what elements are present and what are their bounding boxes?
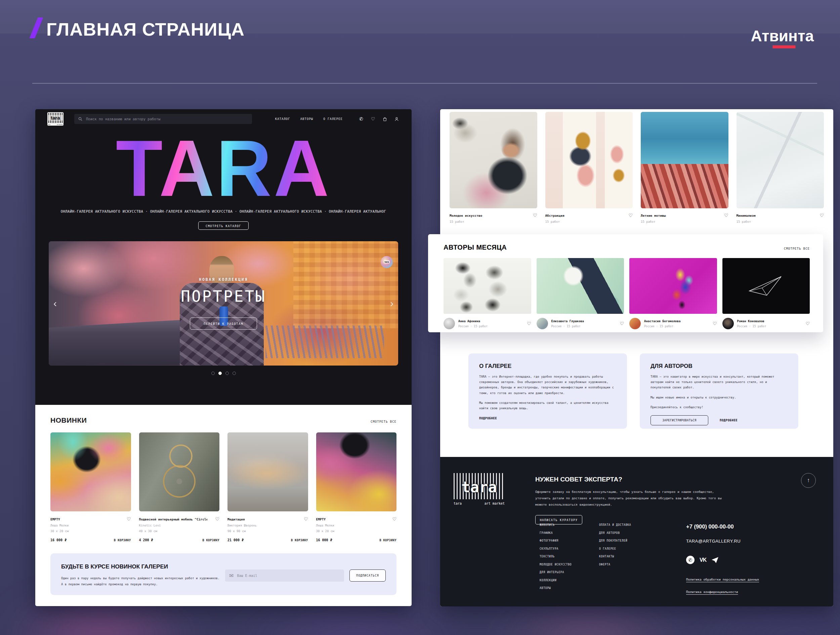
author-card[interactable]: Роман Коновалов Россия · 15 работ ♡ bbox=[722, 258, 810, 329]
footer-logo[interactable]: tara tara art market bbox=[453, 473, 505, 505]
footer-link[interactable]: ДЛЯ ИНТЕРЬЕРА bbox=[540, 571, 572, 574]
favorite-heart-icon[interactable]: ♡ bbox=[215, 517, 219, 521]
favorite-heart-icon[interactable]: ♡ bbox=[805, 321, 810, 326]
category-image[interactable] bbox=[641, 112, 728, 208]
write-curator-button[interactable]: НАПИСАТЬ КУРАТОРУ bbox=[535, 515, 582, 524]
footer-link[interactable]: СКУЛЬПТУРА bbox=[540, 547, 572, 550]
favorite-heart-icon[interactable]: ♡ bbox=[304, 517, 308, 521]
search-bar[interactable] bbox=[74, 114, 252, 124]
add-to-cart-button[interactable]: В КОРЗИНУ bbox=[114, 539, 131, 542]
author-card[interactable]: Елизавета Глушкова Россия · 15 работ ♡ bbox=[537, 258, 624, 329]
footer-link[interactable]: ДЛЯ ПОКУПАТЕЛЕЙ bbox=[599, 539, 631, 542]
add-to-cart-button[interactable]: В КОРЗИНУ bbox=[291, 539, 308, 542]
category-card[interactable]: Минимализм ♡ 15 работ bbox=[736, 112, 824, 223]
footer-email[interactable]: TARA@ARTGALLERY.RU bbox=[686, 539, 759, 543]
carousel-dot-2-active[interactable] bbox=[218, 371, 222, 375]
category-card[interactable]: Летние мотивы ♡ 15 работ bbox=[641, 112, 728, 223]
info-blocks: О ГАЛЕРЕЕ TARA — это Интернет-площадка, … bbox=[468, 354, 798, 429]
whatsapp-icon[interactable]: ✆ bbox=[686, 556, 695, 564]
carousel-dot-4[interactable] bbox=[232, 371, 236, 375]
author-card[interactable]: Анастасия Богомолова Россия · 15 работ ♡ bbox=[629, 258, 717, 329]
favorites-heart-icon[interactable]: ♡ bbox=[370, 116, 376, 122]
product-card[interactable]: EMPTY ♡ Леша Мелки 30 x 20 см 16 000 ₽ В… bbox=[316, 433, 397, 542]
favorite-heart-icon[interactable]: ♡ bbox=[819, 213, 824, 218]
nav-about[interactable]: О ГАЛЕРЕЕ bbox=[323, 117, 343, 121]
favorite-heart-icon[interactable]: ♡ bbox=[628, 213, 633, 218]
product-image[interactable] bbox=[139, 433, 220, 511]
author-artwork[interactable] bbox=[537, 258, 624, 314]
for-authors-block: ДЛЯ АВТОРОВ TARA — это навигатор в мире … bbox=[640, 354, 798, 429]
author-avatar bbox=[629, 318, 641, 329]
site-logo[interactable]: tara tara art market bbox=[47, 112, 63, 126]
view-catalog-button[interactable]: СМОТРЕТЬ КАТАЛОГ bbox=[198, 221, 249, 230]
product-image[interactable] bbox=[227, 433, 308, 511]
author-artwork[interactable] bbox=[444, 258, 531, 314]
category-card[interactable]: Абстракция ♡ 15 работ bbox=[545, 112, 633, 223]
for-authors-more-link[interactable]: ПОДРОБНЕЕ bbox=[720, 419, 737, 422]
carousel-dot-1[interactable] bbox=[212, 371, 215, 375]
author-artwork[interactable] bbox=[629, 258, 717, 314]
category-card[interactable]: Молодое искусство ♡ 15 работ bbox=[450, 112, 537, 223]
category-image[interactable] bbox=[736, 112, 824, 208]
favorite-heart-icon[interactable]: ♡ bbox=[127, 517, 131, 521]
favorite-heart-icon[interactable]: ♡ bbox=[533, 213, 537, 218]
product-card[interactable]: Подвесной интерьерный мобиль "Circle... … bbox=[139, 433, 220, 542]
product-image[interactable] bbox=[316, 433, 397, 511]
favorite-heart-icon[interactable]: ♡ bbox=[392, 517, 396, 521]
footer-link[interactable]: КОНТАКТЫ bbox=[599, 555, 631, 558]
user-icon[interactable] bbox=[393, 116, 399, 122]
footer-link[interactable]: ДЛЯ АВТОРОВ bbox=[599, 532, 631, 534]
add-to-cart-button[interactable]: В КОРЗИНУ bbox=[379, 539, 396, 542]
footer-link[interactable]: АВТОРЫ bbox=[540, 587, 572, 590]
phone-icon[interactable]: ✆ bbox=[358, 116, 364, 122]
carousel-dot-3[interactable] bbox=[226, 371, 229, 375]
new-items-see-all-link[interactable]: СМОТРЕТЬ ВСЕ bbox=[371, 420, 396, 423]
vk-icon[interactable]: VK bbox=[699, 557, 706, 563]
go-to-works-button[interactable]: ПЕРЕЙТИ К РАБОТАМ bbox=[190, 318, 257, 330]
email-field-wrap[interactable]: ✉ bbox=[225, 569, 344, 581]
footer-link[interactable]: МОЛОДОЕ ИСКУССТВО bbox=[540, 563, 572, 566]
footer-link[interactable]: ОПЛАТА И ДОСТАВКА bbox=[599, 523, 631, 526]
category-image[interactable] bbox=[450, 112, 537, 208]
category-name: Минимализм bbox=[736, 214, 756, 217]
product-author: Леша Мелки bbox=[316, 524, 397, 527]
subscribe-button[interactable]: ПОДПИСАТЬСЯ bbox=[349, 569, 386, 581]
about-more-link[interactable]: ПОДРОБНЕЕ bbox=[479, 417, 497, 420]
hero-carousel[interactable]: НОВАЯ КОЛЛЕКЦИЯ ПОРТРЕТЫ ПЕРЕЙТИ К РАБОТ… bbox=[49, 241, 398, 366]
footer-link[interactable]: ГРАФИКА bbox=[540, 532, 572, 534]
register-button[interactable]: ЗАРЕГИСТРИРОВАТЬСЯ bbox=[651, 415, 708, 425]
footer-link[interactable]: ТЕКСТИЛЬ bbox=[540, 555, 572, 558]
favorite-heart-icon[interactable]: ♡ bbox=[620, 321, 624, 326]
search-icon bbox=[78, 117, 82, 121]
nav-catalog[interactable]: КАТАЛОГ bbox=[275, 117, 290, 121]
author-artwork[interactable] bbox=[722, 258, 810, 314]
favorite-heart-icon[interactable]: ♡ bbox=[527, 321, 531, 326]
author-card[interactable]: Анна Афонина Россия · 15 работ ♡ bbox=[444, 258, 531, 329]
cart-bag-icon[interactable] bbox=[382, 116, 388, 122]
search-input[interactable] bbox=[85, 117, 248, 121]
category-image[interactable] bbox=[545, 112, 633, 208]
email-field[interactable] bbox=[236, 573, 340, 578]
telegram-icon[interactable] bbox=[711, 557, 719, 564]
authors-see-all-link[interactable]: СМОТРЕТЬ ВСЕ bbox=[784, 247, 810, 250]
product-card[interactable]: EMPTY ♡ Леша Мелки 30 x 20 см 16 000 ₽ В… bbox=[51, 433, 131, 542]
favorite-heart-icon[interactable]: ♡ bbox=[724, 213, 728, 218]
footer-link[interactable]: ОФЕРТА bbox=[599, 563, 631, 566]
footer-phone[interactable]: +7 (900) 000-00-00 bbox=[686, 523, 759, 530]
favorite-heart-icon[interactable]: ♡ bbox=[713, 321, 717, 326]
product-image[interactable] bbox=[51, 433, 131, 511]
footer-link[interactable]: КОЛЛЕКЦИИ bbox=[540, 579, 572, 582]
about-text-2: Мы поможем создателям монетизировать сво… bbox=[479, 400, 616, 411]
nav-authors[interactable]: АВТОРЫ bbox=[300, 117, 314, 121]
policy-confidentiality-link[interactable]: Политика конфиденциальности bbox=[686, 590, 759, 594]
author-avatar bbox=[537, 318, 548, 329]
add-to-cart-button[interactable]: В КОРЗИНУ bbox=[202, 539, 219, 542]
product-card[interactable]: Медитация ♡ Виктория Шворень 90 x 90 см … bbox=[227, 433, 308, 542]
scroll-to-top-button[interactable]: ↑ bbox=[801, 473, 816, 488]
footer-link[interactable]: ЖИВОПИСЬ bbox=[540, 523, 572, 526]
footer-link[interactable]: О ГАЛЕРЕЕ bbox=[599, 547, 631, 550]
carousel-next-arrow[interactable]: › bbox=[390, 299, 393, 308]
footer-link[interactable]: ФОТОГРАФИЯ bbox=[540, 539, 572, 542]
policy-personal-data-link[interactable]: Политика обработки персональных данных bbox=[686, 578, 759, 581]
carousel-prev-arrow[interactable]: ‹ bbox=[54, 299, 57, 308]
